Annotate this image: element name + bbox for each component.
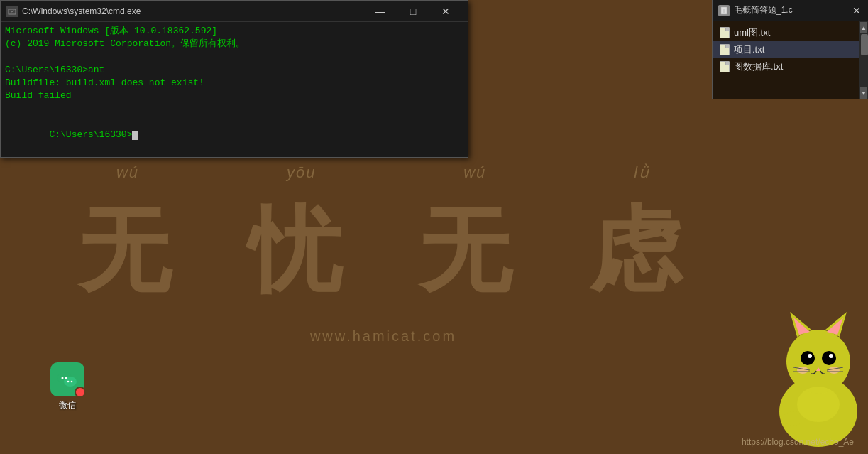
cmd-window: C:\Windows\system32\cmd.exe — □ ✕ Micros… — [0, 0, 468, 158]
watermark-url: www.hamicat.com — [43, 328, 724, 345]
cmd-line-6: Build failed — [5, 90, 463, 102]
cat-svg — [754, 255, 868, 454]
right-panel-close-button[interactable]: ✕ — [851, 5, 862, 16]
wechat-svg — [56, 369, 79, 389]
svg-point-10 — [65, 377, 67, 379]
cmd-line-1: Microsoft Windows [版本 10.0.18362.592] — [5, 25, 463, 38]
wechat-label: 微信 — [59, 399, 76, 411]
scroll-track — [860, 33, 867, 87]
cmd-content[interactable]: Microsoft Windows [版本 10.0.18362.592] (c… — [1, 22, 468, 157]
file-item-uml[interactable]: uml图.txt — [713, 24, 868, 41]
desktop: wú yōu wú lǜ 无 忧 无 虑 www.hamicat.com C:\… — [0, 0, 868, 454]
scroll-thumb[interactable] — [861, 34, 868, 55]
watermark-area: wú yōu wú lǜ 无 忧 无 虑 www.hamicat.com — [43, 163, 724, 345]
wechat-badge — [75, 387, 86, 398]
cmd-titlebar: C:\Windows\system32\cmd.exe — □ ✕ — [1, 1, 468, 22]
cmd-line-5: Buildfile: build.xml does not exist! — [5, 77, 463, 90]
svg-point-22 — [829, 354, 833, 358]
file-list: uml图.txt 项目.txt 图数据库.txt — [713, 21, 868, 78]
right-panel-titlebar: 毛概简答题_1.c ✕ — [713, 0, 868, 21]
wechat-icon-img — [50, 362, 84, 396]
svg-point-31 — [797, 387, 840, 422]
svg-point-24 — [797, 367, 808, 374]
char-lv: 虑 — [589, 189, 688, 314]
cmd-minimize-button[interactable]: — — [364, 1, 397, 22]
cat-illustration — [754, 255, 868, 454]
cmd-icon — [6, 6, 18, 17]
cmd-line-3 — [5, 50, 463, 63]
pinyin-wu2: wú — [463, 163, 486, 182]
file-icon-uml — [720, 27, 730, 38]
file-icon-project — [720, 44, 730, 55]
cmd-line-7 — [5, 102, 463, 115]
right-panel-title: 毛概简答题_1.c — [734, 4, 847, 16]
cmd-line-4: C:\Users\16330>ant — [5, 64, 463, 77]
right-panel-scrollbar[interactable]: ▲ ▼ — [859, 21, 868, 99]
scroll-up-button[interactable]: ▲ — [860, 22, 867, 33]
svg-point-19 — [801, 351, 815, 365]
file-name-uml: uml图.txt — [734, 26, 770, 39]
file-name-project: 项目.txt — [734, 43, 764, 56]
cmd-maximize-button[interactable]: □ — [397, 1, 429, 22]
file-item-db[interactable]: 图数据库.txt — [713, 58, 868, 75]
wechat-desktop-icon[interactable]: 微信 — [43, 362, 92, 411]
svg-point-14 — [786, 330, 850, 394]
pinyin-you: yōu — [287, 163, 316, 182]
svg-point-9 — [62, 377, 64, 379]
cmd-titlebar-buttons: — □ ✕ — [364, 1, 462, 22]
right-panel-icon — [718, 5, 730, 16]
cmd-title: C:\Windows\system32\cmd.exe — [22, 6, 364, 16]
pinyin-wu1: wú — [116, 163, 139, 182]
cmd-line-2: (c) 2019 Microsoft Corporation。保留所有权利。 — [5, 38, 463, 50]
file-icon-db — [720, 61, 730, 72]
svg-line-1 — [10, 11, 11, 12]
svg-point-12 — [71, 381, 73, 383]
char-wu1: 无 — [78, 189, 177, 314]
watermark-chars: 无 忧 无 虑 — [43, 189, 724, 314]
cmd-close-button[interactable]: ✕ — [429, 1, 462, 22]
bottom-url: https://blog.csdn.net/echo_Ae — [742, 437, 854, 447]
svg-point-11 — [67, 381, 70, 383]
watermark-pinyin: wú yōu wú lǜ — [43, 163, 724, 182]
svg-point-25 — [828, 367, 840, 374]
cmd-cursor — [132, 131, 138, 140]
right-panel: 毛概简答题_1.c ✕ uml图.txt 项目.txt 图数据库.txt ▲ ▼ — [712, 0, 868, 99]
svg-line-2 — [11, 11, 14, 12]
svg-point-20 — [822, 351, 836, 365]
svg-point-21 — [808, 354, 812, 358]
file-item-project[interactable]: 项目.txt — [713, 41, 868, 58]
pinyin-lv: lǜ — [634, 163, 650, 182]
scroll-down-button[interactable]: ▼ — [860, 87, 867, 99]
char-wu2: 无 — [419, 189, 518, 314]
char-you: 忧 — [248, 189, 348, 314]
cmd-prompt: C:\Users\16330> — [5, 115, 463, 154]
file-name-db: 图数据库.txt — [734, 60, 783, 73]
